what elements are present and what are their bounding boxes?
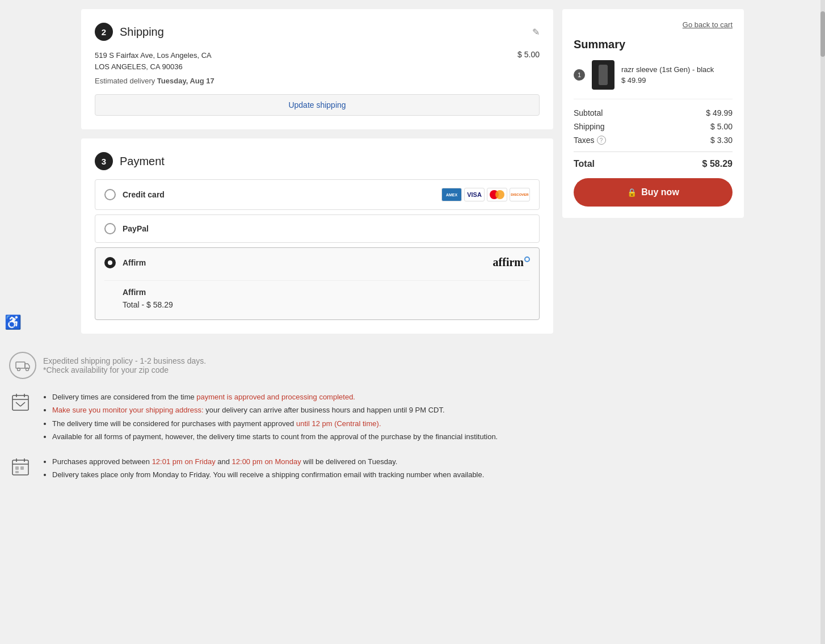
item-image <box>592 60 614 90</box>
svg-line-8 <box>20 402 25 406</box>
shipping-edit-icon[interactable]: ✎ <box>532 27 540 37</box>
monday-info-block: Purchases approved between 12:01 pm on F… <box>9 455 816 482</box>
delivery-info-item-1: Delivery times are considered from the t… <box>52 390 498 403</box>
estimated-delivery: Estimated delivery Tuesday, Aug 17 <box>95 77 540 85</box>
item-name: razr sleeve (1st Gen) - black <box>621 65 733 74</box>
svg-line-7 <box>16 402 20 406</box>
discover-icon: DISCOVER <box>510 188 530 201</box>
buy-now-button[interactable]: 🔒 Buy now <box>574 178 733 207</box>
svg-rect-14 <box>20 466 24 470</box>
monday-info-item-1: Purchases approved between 12:01 pm on F… <box>52 455 484 468</box>
accessibility-icon: ♿ <box>5 314 22 330</box>
footer-section: Expedited shipping policy - 1-2 business… <box>0 343 825 502</box>
shipping-title: Shipping <box>120 26 164 39</box>
visa-icon: VISA <box>464 188 485 201</box>
summary-title: Summary <box>574 38 733 51</box>
total-value: $ 58.29 <box>702 159 733 169</box>
payment-option-paypal[interactable]: PayPal <box>95 214 540 243</box>
shipping-summary-line: Shipping $ 5.00 <box>574 122 733 131</box>
payment-section: 3 Payment Credit card AMEX VISA <box>81 138 553 334</box>
delivery-info-item-3: The delivery time will be considered for… <box>52 417 498 430</box>
affirm-total-text: Total - $ 58.29 <box>123 300 528 309</box>
paypal-radio[interactable] <box>104 223 116 234</box>
shipping-step-number: 2 <box>102 27 106 37</box>
payment-options: Credit card AMEX VISA DISCOVER PayPal <box>95 179 540 320</box>
card-icons: AMEX VISA DISCOVER <box>441 188 530 201</box>
svg-rect-13 <box>15 466 19 470</box>
summary-card: Go back to cart Summary 1 razr sleeve (1… <box>562 9 744 218</box>
affirm-expanded-content: Affirm Total - $ 58.29 <box>104 280 530 312</box>
expedited-shipping-banner: Expedited shipping policy - 1-2 business… <box>9 352 816 379</box>
total-label: Total <box>574 159 595 169</box>
taxes-value: $ 3.30 <box>710 136 733 145</box>
expedited-title: Expedited shipping policy - 1-2 business… <box>43 356 206 365</box>
taxes-help-icon[interactable]: ? <box>597 136 606 145</box>
buy-now-label: Buy now <box>641 187 679 197</box>
expedited-subtitle: *Check availability for your zip code <box>43 365 206 374</box>
payment-step-number: 3 <box>102 157 106 166</box>
delivery-info-item-4: Available for all forms of payment, howe… <box>52 430 498 443</box>
delivery-info-list: Delivery times are considered from the t… <box>41 390 498 444</box>
shipping-summary-label: Shipping <box>574 122 605 131</box>
monday-info-item-2: Delivery takes place only from Monday to… <box>52 468 484 481</box>
taxes-label: Taxes ? <box>574 136 606 145</box>
affirm-content-title: Affirm <box>123 288 528 297</box>
truck-icon <box>9 352 36 379</box>
delivery-info-item-2: Make sure you monitor your shipping addr… <box>52 403 498 416</box>
svg-point-1 <box>18 368 20 371</box>
address-line1: 519 S Fairfax Ave, Los Angeles, CA <box>95 50 212 61</box>
svg-point-2 <box>26 368 29 371</box>
total-line: Total $ 58.29 <box>574 159 733 169</box>
calendar2-icon <box>9 455 32 482</box>
shipping-address: 519 S Fairfax Ave, Los Angeles, CA LOS A… <box>95 50 212 72</box>
subtotal-label: Subtotal <box>574 108 603 117</box>
payment-step-circle: 3 <box>95 152 113 170</box>
delivery-info-block: Delivery times are considered from the t… <box>9 390 816 444</box>
svg-rect-15 <box>15 471 19 473</box>
calendar-icon <box>9 390 32 444</box>
svg-rect-3 <box>12 395 28 410</box>
affirm-logo: affirm <box>493 256 530 269</box>
scrollbar[interactable] <box>820 0 825 502</box>
item-count-badge: 1 <box>574 69 585 81</box>
svg-rect-0 <box>16 362 25 368</box>
expedited-text: Expedited shipping policy - 1-2 business… <box>43 356 206 374</box>
payment-title: Payment <box>120 155 165 168</box>
subtotal-value: $ 49.99 <box>706 108 733 117</box>
go-back-to-cart-link[interactable]: Go back to cart <box>574 20 733 29</box>
update-shipping-button[interactable]: Update shipping <box>95 94 540 116</box>
summary-divider <box>574 151 733 152</box>
item-details: razr sleeve (1st Gen) - black $ 49.99 <box>621 65 733 85</box>
credit-card-radio[interactable] <box>104 189 116 200</box>
amex-icon: AMEX <box>441 188 462 201</box>
affirm-label: Affirm <box>123 258 146 267</box>
payment-option-affirm[interactable]: Affirm affirm Affirm Total - $ 58.29 <box>95 247 540 320</box>
shipping-price: $ 5.00 <box>517 50 540 59</box>
shipping-step-circle: 2 <box>95 23 113 41</box>
scrollbar-thumb[interactable] <box>820 11 825 57</box>
shipping-summary-value: $ 5.00 <box>710 122 733 131</box>
summary-item: 1 razr sleeve (1st Gen) - black $ 49.99 <box>574 60 733 99</box>
estimated-label: Estimated delivery <box>95 77 155 85</box>
shipping-section: 2 Shipping ✎ 519 S Fairfax Ave, Los Ange… <box>81 9 553 129</box>
delivery-date: Tuesday, Aug 17 <box>157 77 214 85</box>
item-price: $ 49.99 <box>621 76 733 85</box>
taxes-line: Taxes ? $ 3.30 <box>574 136 733 145</box>
lock-icon: 🔒 <box>627 188 637 197</box>
mastercard-icon <box>487 188 507 201</box>
payment-option-credit-card[interactable]: Credit card AMEX VISA DISCOVER <box>95 179 540 210</box>
affirm-radio[interactable] <box>104 257 116 268</box>
paypal-label: PayPal <box>123 224 149 233</box>
address-line2: LOS ANGELES, CA 90036 <box>95 61 212 73</box>
monday-info-list: Purchases approved between 12:01 pm on F… <box>41 455 484 482</box>
credit-card-label: Credit card <box>123 190 165 199</box>
subtotal-line: Subtotal $ 49.99 <box>574 108 733 117</box>
